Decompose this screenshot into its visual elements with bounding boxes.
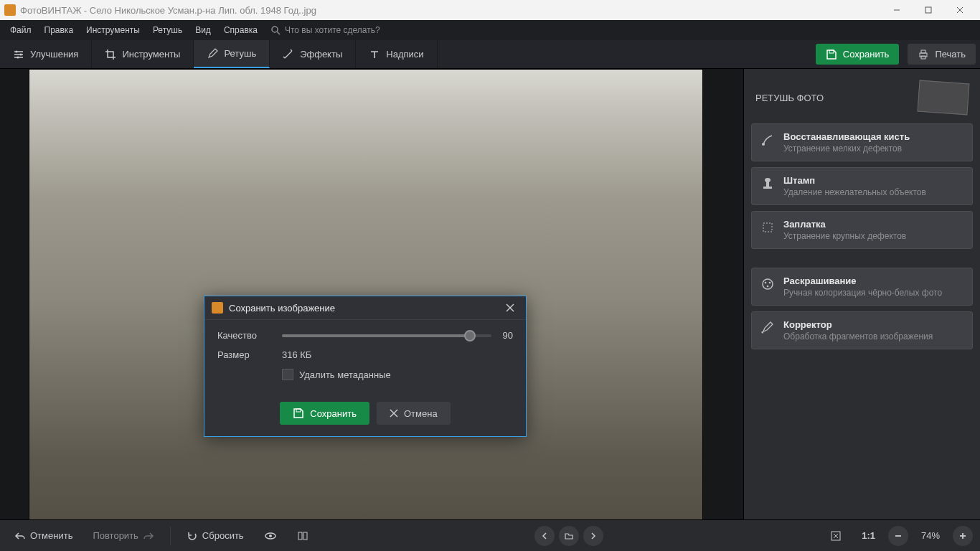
search-icon (270, 25, 281, 35)
window-titlebar: ФотоВИНТАЖ - Село Никольское Усман.р-на … (0, 0, 980, 20)
dialog-app-icon (212, 302, 223, 314)
tool-subtitle: Устранение мелких дефектов (783, 143, 910, 154)
tool-subtitle: Обработка фрагментов изображения (783, 331, 933, 342)
fit-screen-button[interactable] (823, 526, 849, 546)
colorize-icon (760, 277, 775, 291)
svg-point-28 (269, 534, 272, 537)
search-input[interactable]: Что вы хотите сделать? (285, 25, 380, 35)
window-close-button[interactable] (944, 0, 976, 20)
app-name: ФотоВИНТАЖ (20, 5, 81, 16)
svg-rect-22 (763, 223, 772, 232)
open-folder-button[interactable] (559, 526, 579, 546)
tab-label: Улучшения (30, 49, 78, 60)
dialog-close-button[interactable] (501, 302, 519, 314)
svg-rect-19 (763, 187, 772, 189)
tool-title: Заплатка (783, 219, 906, 230)
reset-button[interactable]: Сбросить (179, 526, 251, 546)
window-minimize-button[interactable] (881, 0, 913, 20)
svg-point-24 (765, 282, 767, 284)
dialog-cancel-button[interactable]: Отмена (377, 402, 451, 425)
button-label: Отмена (404, 408, 438, 419)
tab-label: Эффекты (300, 49, 342, 60)
delete-metadata-checkbox[interactable] (282, 369, 293, 380)
menu-tools[interactable]: Инструменты (80, 22, 146, 38)
quality-slider[interactable] (282, 334, 491, 337)
prev-image-button[interactable] (534, 526, 555, 546)
fit-icon (830, 530, 842, 542)
wand-icon (283, 49, 294, 60)
tool-stamp[interactable]: Штамп Удаление нежелательных объектов (751, 167, 973, 205)
eye-icon (264, 529, 277, 542)
svg-rect-29 (298, 532, 302, 540)
tool-healing-brush[interactable]: Восстанавливающая кисть Устранение мелки… (751, 123, 973, 161)
tool-title: Корректор (783, 319, 933, 330)
redo-button[interactable]: Повторить (85, 526, 161, 546)
menu-file[interactable]: Файл (4, 22, 37, 38)
quality-label: Качество (217, 330, 282, 341)
menu-view[interactable]: Вид (189, 22, 217, 38)
preview-toggle-button[interactable] (257, 525, 284, 547)
tab-text[interactable]: Надписи (356, 40, 437, 68)
save-image-dialog: Сохранить изображение Качество 90 Размер… (204, 296, 527, 437)
undo-button[interactable]: Отменить (7, 526, 80, 546)
file-name: Село Никольское Усман.р-на Лип. обл. 194… (90, 5, 316, 16)
tab-effects[interactable]: Эффекты (270, 40, 356, 68)
button-label: Повторить (93, 530, 138, 541)
tool-subtitle: Ручная колоризация чёрно-белых фото (783, 288, 942, 298)
menu-help[interactable]: Справка (218, 22, 263, 38)
title-separator: - (84, 5, 90, 16)
button-label: Сбросить (202, 530, 244, 541)
svg-point-6 (16, 50, 18, 52)
save-button[interactable]: Сохранить (816, 44, 900, 65)
tool-corrector[interactable]: Корректор Обработка фрагментов изображен… (751, 311, 973, 349)
compare-button[interactable] (290, 526, 316, 546)
zoom-level[interactable]: 74% (914, 526, 947, 545)
photo-canvas[interactable] (29, 69, 703, 519)
svg-point-7 (20, 53, 22, 55)
tool-colorize[interactable]: Раскрашивание Ручная колоризация чёрно-б… (751, 268, 973, 306)
side-panel: РЕТУШЬ ФОТО Восстанавливающая кисть Устр… (743, 69, 980, 519)
stamp-icon (760, 176, 775, 191)
dialog-title: Сохранить изображение (229, 303, 335, 314)
tab-label: Надписи (386, 49, 423, 60)
window-title: ФотоВИНТАЖ - Село Никольское Усман.р-на … (20, 5, 881, 16)
app-icon (4, 4, 16, 16)
canvas-area[interactable]: Сохранить изображение Качество 90 Размер… (0, 69, 743, 519)
svg-line-5 (277, 32, 280, 34)
svg-point-4 (272, 27, 278, 32)
svg-rect-11 (921, 50, 925, 53)
menu-edit[interactable]: Правка (39, 22, 80, 38)
zoom-out-button[interactable] (888, 526, 908, 546)
brush-icon (760, 321, 775, 335)
svg-point-18 (762, 143, 765, 146)
undo-icon (14, 530, 26, 542)
ratio-label: 1:1 (862, 530, 875, 541)
text-icon (369, 49, 380, 60)
button-label: Сохранить (310, 408, 357, 419)
tool-title: Восстанавливающая кисть (783, 131, 910, 142)
tab-enhance[interactable]: Улучшения (0, 40, 92, 68)
actual-size-button[interactable]: 1:1 (854, 526, 882, 545)
panel-title: РЕТУШЬ ФОТО (755, 93, 824, 103)
slider-knob[interactable] (464, 330, 476, 342)
tab-retouch[interactable]: Ретушь (194, 40, 270, 68)
next-image-button[interactable] (583, 526, 603, 546)
tabbar: Улучшения Инструменты Ретушь Эффекты Над… (0, 40, 980, 69)
svg-point-8 (17, 56, 19, 58)
zoom-in-button[interactable] (953, 526, 973, 546)
tool-patch[interactable]: Заплатка Устранение крупных дефектов (751, 211, 973, 249)
tab-tools[interactable]: Инструменты (92, 40, 194, 68)
healing-brush-icon (760, 133, 775, 147)
size-label: Размер (217, 349, 282, 360)
svg-rect-30 (303, 532, 307, 540)
tool-title: Штамп (783, 175, 926, 186)
menu-retouch[interactable]: Ретушь (147, 22, 188, 38)
button-label: Отменить (30, 530, 72, 541)
print-button[interactable]: Печать (908, 44, 976, 65)
tool-subtitle: Удаление нежелательных объектов (783, 187, 926, 197)
tool-subtitle: Устранение крупных дефектов (783, 231, 906, 241)
dialog-save-button[interactable]: Сохранить (280, 402, 369, 425)
tab-label: Ретушь (224, 48, 256, 59)
redo-icon (143, 530, 154, 542)
window-maximize-button[interactable] (913, 0, 944, 20)
